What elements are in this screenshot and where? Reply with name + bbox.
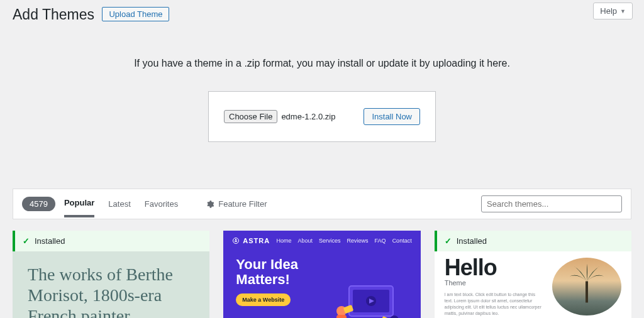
selected-file-name: edme-1.2.0.zip bbox=[281, 112, 335, 121]
theme-preview: ASTRA Home About Services Reviews FAQ Co… bbox=[223, 231, 420, 318]
hello-title: Hello bbox=[445, 258, 545, 278]
svg-rect-6 bbox=[336, 315, 347, 318]
theme-card-twentytwentyone[interactable]: ✓ Installed The works of Berthe Morisot,… bbox=[13, 231, 209, 318]
nav-item: FAQ bbox=[375, 238, 386, 244]
feature-filter-label: Feature Filter bbox=[218, 199, 267, 209]
nav-item: About bbox=[298, 238, 313, 244]
help-tab[interactable]: Help ▼ bbox=[593, 3, 633, 19]
theme-preview: The works of Berthe Morisot, 1800s-era F… bbox=[13, 251, 209, 318]
illustration-icon bbox=[324, 281, 412, 318]
tab-favorites[interactable]: Favorites bbox=[145, 199, 178, 216]
chevron-down-icon: ▼ bbox=[620, 8, 626, 14]
install-now-button[interactable]: Install Now bbox=[364, 108, 420, 125]
upload-box: Choose File edme-1.2.0.zip Install Now bbox=[208, 91, 436, 142]
search-input[interactable] bbox=[481, 195, 622, 212]
upload-theme-button[interactable]: Upload Theme bbox=[102, 7, 169, 21]
astra-cta: Make a Website bbox=[236, 293, 291, 306]
hello-hero-image bbox=[552, 258, 621, 315]
upload-message: If you have a theme in a .zip format, yo… bbox=[13, 58, 631, 69]
nav-item: Services bbox=[319, 238, 341, 244]
installed-label: Installed bbox=[35, 236, 65, 246]
file-picker-group: Choose File edme-1.2.0.zip bbox=[224, 110, 335, 123]
filter-tabs: Popular Latest Favorites Feature Filter bbox=[64, 198, 267, 210]
preview-title: The works of Berthe Morisot, 1800s-era F… bbox=[28, 264, 194, 318]
astra-nav: Home About Services Reviews FAQ Contact bbox=[277, 238, 412, 244]
theme-grid: ✓ Installed The works of Berthe Morisot,… bbox=[13, 231, 631, 318]
tab-popular[interactable]: Popular bbox=[64, 198, 94, 217]
filter-bar: 4579 Popular Latest Favorites Feature Fi… bbox=[13, 189, 631, 219]
tab-latest[interactable]: Latest bbox=[108, 199, 130, 216]
svg-rect-11 bbox=[586, 282, 588, 303]
hello-subtitle: Theme bbox=[445, 279, 545, 287]
astra-logo-icon bbox=[232, 237, 240, 244]
installed-banner: ✓ Installed bbox=[435, 231, 631, 251]
theme-card-astra[interactable]: ASTRA Home About Services Reviews FAQ Co… bbox=[223, 231, 420, 318]
theme-card-hello[interactable]: ✓ Installed Hello Theme I am text block.… bbox=[435, 231, 631, 318]
help-label: Help bbox=[600, 6, 617, 16]
palm-tree-icon bbox=[565, 263, 609, 307]
astra-brand: ASTRA bbox=[232, 237, 270, 244]
installed-banner: ✓ Installed bbox=[13, 231, 209, 251]
hello-desc: I am text block. Click edit button to ch… bbox=[445, 292, 545, 316]
page-title: Add Themes bbox=[13, 6, 94, 23]
nav-item: Contact bbox=[392, 238, 412, 244]
search-wrapper bbox=[481, 195, 622, 212]
check-icon: ✓ bbox=[445, 236, 452, 246]
gear-icon bbox=[206, 200, 214, 209]
upload-area: If you have a theme in a .zip format, yo… bbox=[13, 23, 631, 153]
nav-item: Reviews bbox=[347, 238, 369, 244]
astra-brand-label: ASTRA bbox=[243, 237, 270, 244]
choose-file-button[interactable]: Choose File bbox=[224, 110, 277, 123]
theme-preview: Hello Theme I am text block. Click edit … bbox=[435, 251, 631, 318]
feature-filter-button[interactable]: Feature Filter bbox=[206, 199, 267, 209]
check-icon: ✓ bbox=[23, 236, 30, 246]
theme-count-badge: 4579 bbox=[22, 197, 55, 211]
nav-item: Home bbox=[277, 238, 292, 244]
installed-label: Installed bbox=[457, 236, 487, 246]
